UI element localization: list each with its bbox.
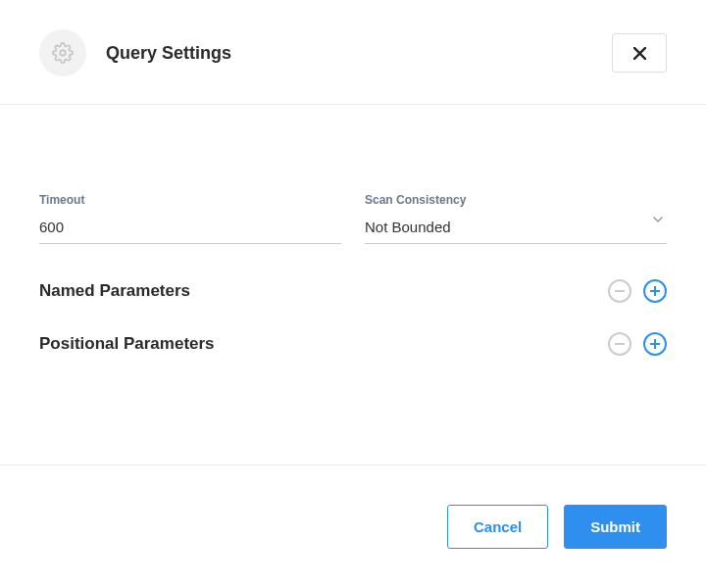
chevron-down-icon	[653, 217, 663, 222]
plus-icon	[650, 286, 660, 296]
scan-consistency-label: Scan Consistency	[365, 193, 667, 207]
named-parameters-section: Named Parameters	[39, 279, 667, 303]
minus-icon	[615, 290, 625, 292]
minus-icon	[615, 343, 625, 345]
positional-parameters-section: Positional Parameters	[39, 332, 667, 356]
scan-consistency-value: Not Bounded	[365, 219, 451, 235]
gear-icon-circle	[39, 29, 86, 76]
named-parameters-title: Named Parameters	[39, 281, 190, 301]
scan-consistency-select[interactable]: Not Bounded	[365, 215, 667, 244]
modal-body: Timeout Scan Consistency Not Bounded Nam…	[0, 105, 706, 465]
timeout-input[interactable]	[39, 215, 341, 244]
named-remove-button[interactable]	[608, 279, 631, 303]
named-add-button[interactable]	[643, 279, 667, 303]
plus-icon	[650, 339, 660, 349]
submit-button[interactable]: Submit	[564, 505, 667, 549]
positional-add-button[interactable]	[643, 332, 667, 356]
timeout-label: Timeout	[39, 193, 341, 207]
close-icon	[633, 47, 646, 60]
modal-header: Query Settings	[0, 0, 706, 105]
cancel-button[interactable]: Cancel	[447, 505, 548, 549]
query-settings-modal: Query Settings Timeout Scan Consistency …	[0, 0, 706, 588]
modal-title: Query Settings	[106, 43, 612, 64]
timeout-group: Timeout	[39, 193, 341, 244]
scan-consistency-group: Scan Consistency Not Bounded	[365, 193, 667, 244]
gear-icon	[52, 42, 74, 64]
form-row: Timeout Scan Consistency Not Bounded	[39, 193, 667, 244]
close-button[interactable]	[612, 33, 667, 73]
svg-point-0	[60, 50, 66, 56]
positional-parameters-title: Positional Parameters	[39, 334, 215, 354]
named-parameters-actions	[608, 279, 667, 303]
positional-parameters-actions	[608, 332, 667, 356]
positional-remove-button[interactable]	[608, 332, 631, 356]
modal-footer: Cancel Submit	[0, 465, 706, 588]
